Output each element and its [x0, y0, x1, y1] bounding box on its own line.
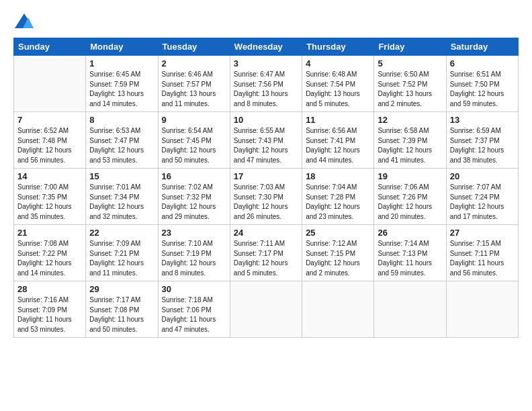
- cell-details: Sunrise: 6:54 AMSunset: 7:45 PMDaylight:…: [162, 126, 226, 165]
- day-number: 5: [378, 58, 442, 68]
- cell-details: Sunrise: 6:51 AMSunset: 7:50 PMDaylight:…: [450, 70, 515, 109]
- calendar-cell: [302, 281, 374, 338]
- day-number: 8: [89, 115, 154, 125]
- cell-details: Sunrise: 7:03 AMSunset: 7:30 PMDaylight:…: [234, 183, 298, 222]
- weekday-header-friday: Friday: [374, 38, 446, 56]
- day-number: 30: [162, 284, 226, 294]
- day-number: 1: [89, 58, 154, 68]
- day-number: 21: [17, 228, 82, 238]
- weekday-header-thursday: Thursday: [302, 38, 374, 56]
- cell-details: Sunrise: 7:18 AMSunset: 7:06 PMDaylight:…: [162, 295, 226, 334]
- day-number: 24: [234, 228, 298, 238]
- weekday-header-wednesday: Wednesday: [230, 38, 302, 56]
- cell-details: Sunrise: 6:50 AMSunset: 7:52 PMDaylight:…: [378, 70, 442, 109]
- calendar-cell: 14Sunrise: 7:00 AMSunset: 7:35 PMDayligh…: [14, 169, 86, 225]
- day-number: 17: [234, 171, 298, 181]
- weekday-header-sunday: Sunday: [14, 38, 86, 56]
- calendar-cell: 30Sunrise: 7:18 AMSunset: 7:06 PMDayligh…: [158, 281, 230, 338]
- day-number: 9: [162, 115, 226, 125]
- calendar-cell: [374, 281, 446, 338]
- day-number: 28: [17, 284, 82, 294]
- day-number: 18: [306, 171, 370, 181]
- calendar-cell: 20Sunrise: 7:07 AMSunset: 7:24 PMDayligh…: [446, 169, 518, 225]
- calendar-cell: 23Sunrise: 7:10 AMSunset: 7:19 PMDayligh…: [158, 225, 230, 281]
- calendar-cell: 9Sunrise: 6:54 AMSunset: 7:45 PMDaylight…: [158, 112, 230, 169]
- calendar-cell: 26Sunrise: 7:14 AMSunset: 7:13 PMDayligh…: [374, 225, 446, 281]
- cell-details: Sunrise: 6:52 AMSunset: 7:48 PMDaylight:…: [17, 126, 82, 165]
- day-number: 14: [17, 171, 82, 181]
- day-number: 11: [306, 115, 370, 125]
- cell-details: Sunrise: 6:48 AMSunset: 7:54 PMDaylight:…: [306, 70, 370, 109]
- calendar-cell: 6Sunrise: 6:51 AMSunset: 7:50 PMDaylight…: [446, 56, 518, 112]
- calendar-cell: 15Sunrise: 7:01 AMSunset: 7:34 PMDayligh…: [86, 169, 158, 225]
- cell-details: Sunrise: 7:11 AMSunset: 7:17 PMDaylight:…: [234, 239, 298, 278]
- day-number: 27: [450, 228, 515, 238]
- cell-details: Sunrise: 7:14 AMSunset: 7:13 PMDaylight:…: [378, 239, 442, 278]
- calendar-cell: [14, 56, 86, 112]
- calendar-cell: 27Sunrise: 7:15 AMSunset: 7:11 PMDayligh…: [446, 225, 518, 281]
- calendar-cell: 29Sunrise: 7:17 AMSunset: 7:08 PMDayligh…: [86, 281, 158, 338]
- calendar-cell: 13Sunrise: 6:59 AMSunset: 7:37 PMDayligh…: [446, 112, 518, 169]
- calendar-cell: 16Sunrise: 7:02 AMSunset: 7:32 PMDayligh…: [158, 169, 230, 225]
- day-number: 2: [162, 58, 226, 68]
- week-row-1: 1Sunrise: 6:45 AMSunset: 7:59 PMDaylight…: [14, 56, 519, 112]
- day-number: 25: [306, 228, 370, 238]
- day-number: 13: [450, 115, 515, 125]
- calendar-cell: 17Sunrise: 7:03 AMSunset: 7:30 PMDayligh…: [230, 169, 302, 225]
- cell-details: Sunrise: 7:16 AMSunset: 7:09 PMDaylight:…: [17, 295, 82, 334]
- week-row-5: 28Sunrise: 7:16 AMSunset: 7:09 PMDayligh…: [14, 281, 519, 338]
- cell-details: Sunrise: 7:04 AMSunset: 7:28 PMDaylight:…: [306, 183, 370, 222]
- calendar-cell: [230, 281, 302, 338]
- day-number: 20: [450, 171, 515, 181]
- day-number: 15: [89, 171, 154, 181]
- day-number: 10: [234, 115, 298, 125]
- week-row-3: 14Sunrise: 7:00 AMSunset: 7:35 PMDayligh…: [14, 169, 519, 225]
- cell-details: Sunrise: 7:07 AMSunset: 7:24 PMDaylight:…: [450, 183, 515, 222]
- cell-details: Sunrise: 7:01 AMSunset: 7:34 PMDaylight:…: [89, 183, 154, 222]
- weekday-header-saturday: Saturday: [446, 38, 518, 56]
- cell-details: Sunrise: 7:00 AMSunset: 7:35 PMDaylight:…: [17, 183, 82, 222]
- cell-details: Sunrise: 6:55 AMSunset: 7:43 PMDaylight:…: [234, 126, 298, 165]
- calendar-cell: 11Sunrise: 6:56 AMSunset: 7:41 PMDayligh…: [302, 112, 374, 169]
- week-row-4: 21Sunrise: 7:08 AMSunset: 7:22 PMDayligh…: [14, 225, 519, 281]
- day-number: 3: [234, 58, 298, 68]
- calendar-cell: 2Sunrise: 6:46 AMSunset: 7:57 PMDaylight…: [158, 56, 230, 112]
- day-number: 16: [162, 171, 226, 181]
- logo-icon: [13, 12, 35, 31]
- calendar-cell: 7Sunrise: 6:52 AMSunset: 7:48 PMDaylight…: [14, 112, 86, 169]
- logo: [13, 12, 36, 31]
- day-number: 22: [89, 228, 154, 238]
- weekday-header-monday: Monday: [86, 38, 158, 56]
- cell-details: Sunrise: 6:47 AMSunset: 7:56 PMDaylight:…: [234, 70, 298, 109]
- calendar-cell: 3Sunrise: 6:47 AMSunset: 7:56 PMDaylight…: [230, 56, 302, 112]
- calendar-cell: 4Sunrise: 6:48 AMSunset: 7:54 PMDaylight…: [302, 56, 374, 112]
- day-number: 29: [89, 284, 154, 294]
- calendar-cell: 5Sunrise: 6:50 AMSunset: 7:52 PMDaylight…: [374, 56, 446, 112]
- cell-details: Sunrise: 7:02 AMSunset: 7:32 PMDaylight:…: [162, 183, 226, 222]
- calendar-cell: 1Sunrise: 6:45 AMSunset: 7:59 PMDaylight…: [86, 56, 158, 112]
- cell-details: Sunrise: 7:06 AMSunset: 7:26 PMDaylight:…: [378, 183, 442, 222]
- calendar-cell: 21Sunrise: 7:08 AMSunset: 7:22 PMDayligh…: [14, 225, 86, 281]
- calendar-cell: 24Sunrise: 7:11 AMSunset: 7:17 PMDayligh…: [230, 225, 302, 281]
- cell-details: Sunrise: 7:12 AMSunset: 7:15 PMDaylight:…: [306, 239, 370, 278]
- day-number: 26: [378, 228, 442, 238]
- cell-details: Sunrise: 6:56 AMSunset: 7:41 PMDaylight:…: [306, 126, 370, 165]
- calendar-cell: [446, 281, 518, 338]
- calendar-cell: 18Sunrise: 7:04 AMSunset: 7:28 PMDayligh…: [302, 169, 374, 225]
- cell-details: Sunrise: 7:09 AMSunset: 7:21 PMDaylight:…: [89, 239, 154, 278]
- day-number: 19: [378, 171, 442, 181]
- page: SundayMondayTuesdayWednesdayThursdayFrid…: [0, 0, 532, 411]
- calendar-cell: 25Sunrise: 7:12 AMSunset: 7:15 PMDayligh…: [302, 225, 374, 281]
- weekday-header-tuesday: Tuesday: [158, 38, 230, 56]
- calendar-cell: 28Sunrise: 7:16 AMSunset: 7:09 PMDayligh…: [14, 281, 86, 338]
- calendar-cell: 19Sunrise: 7:06 AMSunset: 7:26 PMDayligh…: [374, 169, 446, 225]
- weekday-header-row: SundayMondayTuesdayWednesdayThursdayFrid…: [14, 38, 519, 56]
- cell-details: Sunrise: 6:58 AMSunset: 7:39 PMDaylight:…: [378, 126, 442, 165]
- calendar: SundayMondayTuesdayWednesdayThursdayFrid…: [13, 38, 519, 338]
- calendar-cell: 22Sunrise: 7:09 AMSunset: 7:21 PMDayligh…: [86, 225, 158, 281]
- calendar-cell: 8Sunrise: 6:53 AMSunset: 7:47 PMDaylight…: [86, 112, 158, 169]
- calendar-cell: 10Sunrise: 6:55 AMSunset: 7:43 PMDayligh…: [230, 112, 302, 169]
- cell-details: Sunrise: 7:08 AMSunset: 7:22 PMDaylight:…: [17, 239, 82, 278]
- day-number: 6: [450, 58, 515, 68]
- day-number: 23: [162, 228, 226, 238]
